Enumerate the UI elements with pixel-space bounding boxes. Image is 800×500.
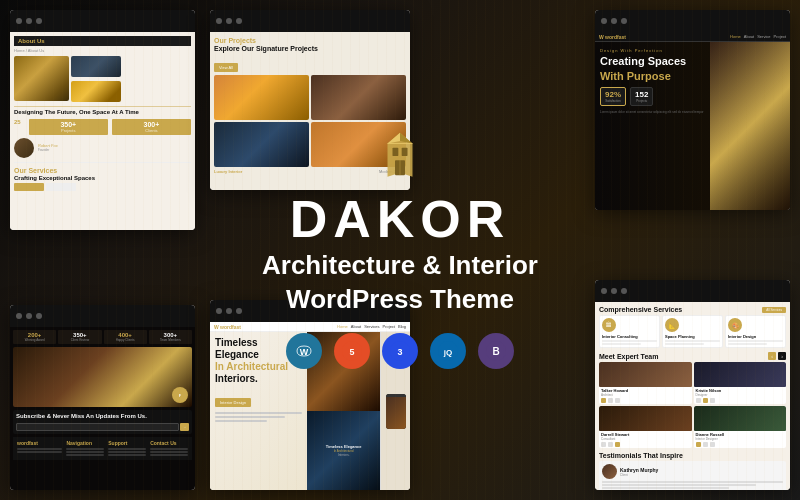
tech-icons-row: W 5 3 jQ bbox=[262, 333, 538, 369]
svg-text:3: 3 bbox=[397, 347, 402, 357]
brand-name: DAKOR bbox=[290, 189, 511, 249]
tech-icon-html5: 5 bbox=[334, 333, 370, 369]
brand-name-row: DAKOR bbox=[262, 189, 538, 249]
brand-logo-container bbox=[262, 131, 538, 181]
dakor-logo-icon bbox=[375, 131, 425, 181]
center-brand-content: DAKOR Architecture & Interior WordPress … bbox=[222, 111, 578, 389]
bootstrap-icon: B bbox=[486, 341, 506, 361]
svg-rect-3 bbox=[392, 148, 398, 156]
svg-text:B: B bbox=[492, 346, 499, 357]
svg-rect-4 bbox=[402, 148, 408, 156]
wordpress-icon: W bbox=[294, 341, 314, 361]
css3-icon: 3 bbox=[390, 341, 410, 361]
svg-text:5: 5 bbox=[349, 347, 354, 357]
svg-text:jQ: jQ bbox=[443, 348, 452, 357]
jquery-icon: jQ bbox=[438, 341, 458, 361]
tech-icon-bootstrap: B bbox=[478, 333, 514, 369]
html5-icon: 5 bbox=[342, 341, 362, 361]
main-wrapper: About Us Home / About Us Designing The F… bbox=[0, 0, 800, 500]
tech-icon-css3: 3 bbox=[382, 333, 418, 369]
svg-text:W: W bbox=[300, 346, 309, 356]
tagline: Architecture & Interior WordPress Theme bbox=[262, 249, 538, 317]
tech-icon-jquery: jQ bbox=[430, 333, 466, 369]
tech-icon-wordpress: W bbox=[286, 333, 322, 369]
